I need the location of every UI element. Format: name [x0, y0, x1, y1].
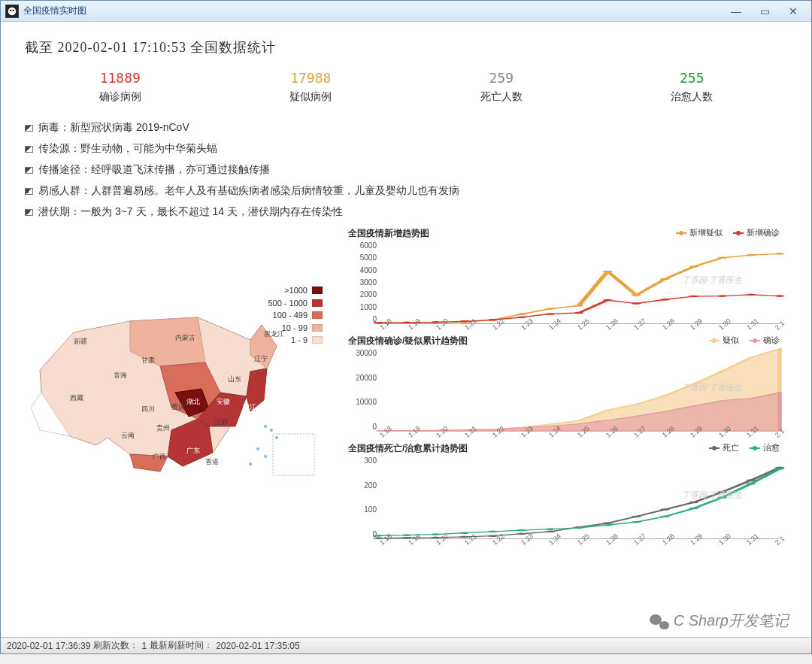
y-tick: 2000 [348, 290, 377, 299]
x-tick: 1.20 [435, 322, 444, 332]
y-tick: 30000 [348, 349, 377, 357]
stat-deaths-value: 259 [480, 70, 523, 86]
svg-point-6 [256, 447, 259, 450]
svg-point-54 [660, 299, 670, 301]
svg-point-2 [13, 9, 14, 11]
legend-swatch [312, 324, 323, 332]
x-tick: 1.27 [632, 429, 642, 439]
svg-point-77 [459, 532, 469, 534]
titlebar: 全国疫情实时图 — ▭ ✕ [1, 1, 811, 22]
svg-point-65 [545, 531, 555, 533]
chart-legend: 新增疑似新增确诊 [676, 227, 780, 238]
map-legend: >1000500 - 1000100 - 49910 - 991 - 9 [268, 284, 323, 347]
statusbar: 2020-02-01 17:36:39 刷新次数： 1 最新刷新时间： 2020… [1, 637, 811, 653]
svg-point-74 [374, 535, 383, 537]
svg-point-69 [660, 508, 670, 511]
legend-row: 1 - 9 [268, 334, 323, 347]
x-tick: 1.18 [378, 322, 388, 332]
y-tick: 0 [348, 315, 377, 323]
svg-point-53 [632, 302, 641, 305]
x-tick: 1.22 [491, 537, 501, 547]
chart-legend: 疑似确诊 [709, 335, 780, 346]
stat-confirmed-label: 确诊病例 [99, 90, 141, 104]
x-axis: 1.181.191.201.211.221.231.241.251.261.27… [378, 326, 780, 333]
china-map: >1000500 - 1000100 - 49910 - 991 - 9 [25, 280, 333, 483]
headline: 截至 2020-02-01 17:10:53 全国数据统计 [25, 38, 787, 56]
svg-point-49 [517, 317, 526, 319]
stat-cured-label: 治愈人数 [671, 90, 713, 104]
svg-point-79 [517, 529, 526, 532]
svg-point-78 [488, 531, 498, 533]
info-item: 传播途径：经呼吸道飞沫传播，亦可通过接触传播 [25, 159, 787, 180]
svg-point-8 [249, 462, 252, 465]
chart-legend-item: 确诊 [750, 335, 780, 346]
x-tick: 1.31 [745, 537, 755, 547]
svg-text:青海: 青海 [114, 371, 127, 379]
legend-label: 500 - 1000 [268, 297, 308, 310]
legend-swatch [312, 299, 323, 307]
svg-point-86 [717, 496, 727, 499]
legend-label: >1000 [284, 284, 308, 297]
legend-row: 100 - 499 [268, 309, 323, 322]
svg-point-7 [264, 455, 267, 458]
legend-row: >1000 [268, 284, 323, 297]
svg-point-50 [545, 313, 555, 315]
y-axis: 6000500040003000200010000 [348, 241, 377, 323]
stat-cured: 255 治愈人数 [671, 70, 713, 104]
x-tick: 1.20 [435, 537, 444, 547]
svg-point-51 [574, 312, 584, 314]
svg-point-81 [574, 527, 584, 529]
x-tick: 1.29 [689, 429, 698, 439]
svg-point-56 [717, 295, 727, 297]
svg-point-70 [689, 502, 698, 504]
y-tick: 10000 [348, 398, 377, 406]
x-tick: 1.27 [632, 322, 642, 332]
y-tick: 300 [348, 456, 377, 465]
x-tick: 1.20 [435, 429, 444, 439]
legend-label: 10 - 99 [282, 322, 308, 335]
stat-confirmed: 11889 确诊病例 [99, 70, 141, 104]
x-tick: 2.1 [774, 322, 783, 332]
maximize-button[interactable]: ▭ [757, 5, 772, 17]
stat-deaths-label: 死亡人数 [480, 90, 523, 104]
svg-point-68 [632, 516, 641, 518]
stats-row: 11889 确诊病例 17988 疑似病例 259 死亡人数 255 治愈人数 [25, 70, 787, 104]
svg-point-58 [775, 295, 785, 297]
legend-row: 10 - 99 [268, 322, 323, 335]
svg-point-88 [775, 468, 785, 470]
chart-legend-item: 新增确诊 [733, 227, 780, 238]
x-tick: 1.27 [632, 537, 642, 547]
stat-confirmed-value: 11889 [99, 70, 141, 86]
y-tick: 0 [348, 423, 377, 431]
svg-point-67 [603, 522, 613, 524]
chart-body: 3000020000100000丁香园·丁香医生 [378, 349, 780, 432]
info-item: 潜伏期：一般为 3~7 天，最长不超过 14 天，潜伏期内存在传染性 [25, 202, 787, 223]
chart-legend: 死亡治愈 [709, 442, 780, 453]
minimize-button[interactable]: — [729, 5, 744, 17]
y-tick: 3000 [348, 278, 377, 287]
svg-text:香港: 香港 [205, 458, 219, 465]
chart: 全国疫情死亡/治愈累计趋势图死亡治愈3002001000丁香园·丁香医生1.18… [348, 442, 787, 548]
close-button[interactable]: ✕ [786, 5, 801, 17]
x-tick: 1.25 [576, 537, 586, 547]
x-tick: 1.29 [689, 322, 698, 332]
svg-point-57 [746, 294, 756, 296]
chart-body: 3002001000丁香园·丁香医生 [378, 456, 780, 539]
status-last-refresh: 2020-02-01 17:35:05 [216, 641, 299, 651]
info-item: 易感人群：人群普遍易感。老年人及有基础疾病者感染后病情较重，儿童及婴幼儿也有发病 [25, 180, 787, 202]
x-tick: 1.24 [547, 429, 557, 439]
status-last-refresh-label: 最新刷新时间： [150, 639, 213, 652]
svg-point-40 [689, 265, 698, 268]
svg-point-84 [660, 516, 670, 518]
svg-point-5 [275, 436, 278, 439]
x-tick: 1.25 [576, 429, 586, 439]
svg-text:西藏: 西藏 [70, 394, 83, 402]
y-tick: 200 [348, 481, 377, 490]
svg-point-34 [517, 313, 526, 315]
x-tick: 1.31 [745, 322, 755, 332]
chart-svg [378, 241, 780, 323]
svg-text:广东: 广东 [186, 447, 200, 454]
y-tick: 6000 [348, 241, 377, 250]
svg-text:广西: 广西 [153, 453, 166, 460]
chart: 全国疫情新增趋势图新增疑似新增确诊60005000400030002000100… [348, 227, 787, 333]
